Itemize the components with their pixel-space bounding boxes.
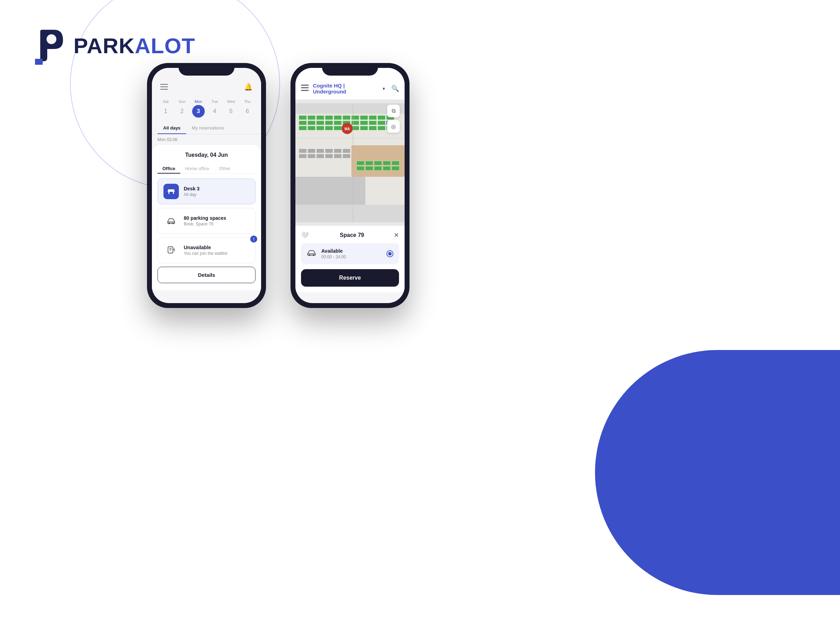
svg-rect-58 <box>334 149 342 153</box>
phone-right: Cognite HQ | Underground ▾ 🔍 <box>291 63 409 308</box>
booking-card-parking[interactable]: 80 parking spaces Book: Space 76 <box>158 208 256 234</box>
svg-rect-4 <box>173 192 174 194</box>
layers-button[interactable]: ⧉ <box>387 105 400 117</box>
subtab-office[interactable]: Office <box>158 164 180 173</box>
svg-rect-61 <box>308 154 315 158</box>
svg-point-0 <box>47 34 56 44</box>
chevron-down-icon[interactable]: ▾ <box>382 86 385 92</box>
svg-rect-21 <box>299 115 306 120</box>
svg-rect-41 <box>377 121 385 125</box>
calendar-strip: Sat 1 Sun 2 Mon 3 Tue 4 Wed 5 <box>152 96 261 122</box>
car-icon <box>163 213 179 229</box>
space-header: 🤍 Space 79 ✕ <box>301 231 399 239</box>
svg-rect-5 <box>168 189 174 191</box>
svg-text:MA: MA <box>344 127 350 131</box>
logo-icon <box>35 28 66 63</box>
cal-day-tue[interactable]: Tue 4 <box>208 99 221 118</box>
availability-card: Available 00:00 - 24:00 <box>301 243 399 264</box>
white-card-area: Tuesday, 04 Jun Office Home office Other <box>152 145 261 290</box>
svg-rect-70 <box>392 161 399 165</box>
svg-rect-50 <box>360 126 368 130</box>
svg-rect-65 <box>343 154 351 158</box>
svg-rect-62 <box>316 154 324 158</box>
phone-screen-left: 🔔 Sat 1 Sun 2 Mon 3 Tue 4 <box>152 68 261 303</box>
cal-day-sat[interactable]: Sat 1 <box>159 99 172 118</box>
svg-rect-20 <box>295 177 365 205</box>
subtab-other[interactable]: Other <box>214 164 235 173</box>
tab-my-reservations[interactable]: My reservations <box>186 122 230 134</box>
svg-rect-72 <box>365 166 373 171</box>
cal-day-thu[interactable]: Thu 6 <box>240 99 254 118</box>
hamburger-icon[interactable] <box>160 84 168 90</box>
svg-rect-27 <box>351 115 359 120</box>
svg-rect-59 <box>343 149 351 153</box>
search-icon[interactable]: 🔍 <box>391 85 399 92</box>
svg-point-6 <box>168 223 170 224</box>
svg-rect-24 <box>325 115 333 120</box>
svg-rect-64 <box>334 154 342 158</box>
details-button[interactable]: Details <box>158 267 256 283</box>
svg-rect-47 <box>334 126 342 130</box>
bg-blob-decoration <box>595 350 840 595</box>
location-title: Cognite HQ | Underground <box>313 83 378 95</box>
phone-left: 🔔 Sat 1 Sun 2 Mon 3 Tue 4 <box>147 63 266 308</box>
svg-rect-60 <box>299 154 306 158</box>
svg-rect-55 <box>308 149 315 153</box>
availability-info: Available 00:00 - 24:00 <box>321 248 346 259</box>
booking-card-unavailable[interactable]: Unavailable You can join the waitlist ! <box>158 237 256 263</box>
card-date-title: Tuesday, 04 Jun <box>158 152 256 158</box>
svg-rect-15 <box>301 87 309 88</box>
svg-rect-39 <box>360 121 368 125</box>
svg-rect-73 <box>374 166 382 171</box>
svg-rect-30 <box>377 115 385 120</box>
svg-rect-23 <box>316 115 324 120</box>
subtab-home-office[interactable]: Home office <box>180 164 214 173</box>
phone-frame-left: 🔔 Sat 1 Sun 2 Mon 3 Tue 4 <box>147 63 266 308</box>
svg-rect-44 <box>308 126 315 130</box>
phone-notch-right <box>322 63 378 76</box>
svg-rect-3 <box>168 192 169 194</box>
svg-rect-35 <box>325 121 333 125</box>
svg-rect-68 <box>374 161 382 165</box>
svg-rect-52 <box>377 126 385 130</box>
bottom-panel: 🤍 Space 79 ✕ Available <box>295 226 404 292</box>
svg-point-7 <box>172 223 174 224</box>
svg-rect-16 <box>301 90 309 91</box>
svg-rect-46 <box>325 126 333 130</box>
svg-rect-56 <box>316 149 324 153</box>
svg-rect-40 <box>369 121 377 125</box>
svg-rect-51 <box>369 126 377 130</box>
logo-area: PARKALOT <box>35 28 195 63</box>
booking-desk-info: Desk 3 All day <box>184 186 199 197</box>
booking-parking-info: 80 parking spaces Book: Space 76 <box>184 215 226 226</box>
svg-rect-33 <box>308 121 315 125</box>
svg-rect-74 <box>383 166 391 171</box>
tab-all-days[interactable]: All days <box>158 122 186 134</box>
close-button[interactable]: ✕ <box>394 231 399 239</box>
cal-day-mon[interactable]: Mon 3 <box>191 99 205 118</box>
svg-rect-34 <box>316 121 324 125</box>
cal-day-sun[interactable]: Sun 2 <box>175 99 189 118</box>
favorite-button[interactable]: 🤍 <box>301 231 309 239</box>
menu-icon-right[interactable] <box>301 85 309 92</box>
svg-point-80 <box>309 254 311 256</box>
svg-rect-14 <box>301 85 309 86</box>
phone-notch-left <box>178 63 235 76</box>
svg-rect-28 <box>360 115 368 120</box>
radio-selected[interactable] <box>387 250 393 257</box>
map-controls: ⧉ ◎ <box>387 105 400 133</box>
compass-button[interactable]: ◎ <box>387 120 400 133</box>
bell-icon[interactable]: 🔔 <box>244 83 253 91</box>
cal-day-wed[interactable]: Wed 5 <box>224 99 238 118</box>
reserve-button[interactable]: Reserve <box>301 269 399 287</box>
svg-rect-32 <box>299 121 306 125</box>
svg-rect-75 <box>392 166 399 171</box>
svg-point-81 <box>313 254 315 256</box>
booking-unavailable-info: Unavailable You can join the waitlist <box>184 245 227 256</box>
date-label: Mon 03.06 <box>152 134 261 145</box>
logo-text: PARKALOT <box>74 33 195 58</box>
booking-card-desk[interactable]: Desk 3 All day <box>158 178 256 204</box>
phone-screen-right: Cognite HQ | Underground ▾ 🔍 <box>295 68 404 303</box>
parking-map-area: MA ⧉ ◎ <box>295 100 404 226</box>
warning-badge: ! <box>250 235 257 243</box>
